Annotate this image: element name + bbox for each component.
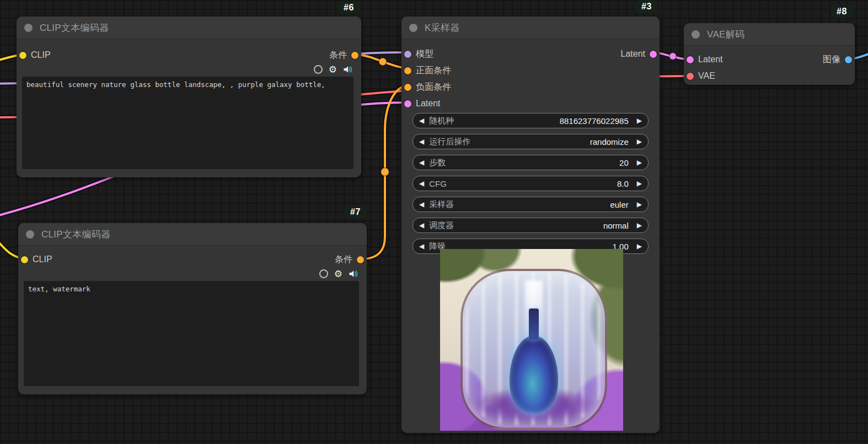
decrement-arrow-icon[interactable]: ◀ [419,243,424,250]
preview-image [440,249,623,431]
input-slot-negative[interactable]: 负面条件 [404,82,451,93]
latent-input-dot[interactable] [404,100,411,107]
slot-label: 正面条件 [416,65,451,77]
input-slot-clip[interactable]: CLIP [19,50,51,60]
input-slot-vae[interactable]: VAE [687,71,715,81]
negative-prompt-textarea[interactable]: text, watermark [24,281,359,386]
slot-label: VAE [698,71,715,81]
node-clip-text-encoder-negative[interactable]: CLIP文本编码器 CLIP 条件 ⚙ text, watermark [18,223,367,394]
collapse-dot-icon[interactable] [26,230,34,239]
input-slot-latent[interactable]: Latent [687,55,722,64]
latent-output-dot[interactable] [650,51,657,58]
slot-label: 模型 [416,48,433,60]
clip-input-dot[interactable] [21,256,28,263]
decrement-arrow-icon[interactable]: ◀ [419,180,424,187]
gear-icon[interactable]: ⚙ [334,269,342,279]
node-header[interactable]: VAE解码 [684,23,855,46]
slot-label: CLIP [31,50,51,60]
clip-input-dot[interactable] [19,52,26,59]
increment-arrow-icon[interactable]: ▶ [637,138,642,145]
latent-input-dot[interactable] [687,56,694,63]
increment-arrow-icon[interactable]: ▶ [637,243,642,250]
node-clip-text-encoder-positive[interactable]: CLIP文本编码器 CLIP 条件 ⚙ beautiful scenery na… [17,17,361,177]
increment-arrow-icon[interactable]: ▶ [637,201,642,208]
decrement-arrow-icon[interactable]: ◀ [419,159,424,166]
positive-input-dot[interactable] [404,67,411,74]
decrement-arrow-icon[interactable]: ◀ [419,138,424,145]
output-slot-conditioning[interactable]: 条件 [329,50,358,61]
image-output-dot[interactable] [845,56,852,63]
node-title: CLIP文本编码器 [40,21,109,34]
node-header[interactable]: CLIP文本编码器 [18,223,367,246]
widget-control-after-generate[interactable]: ◀ 运行后操作 randomize ▶ [412,134,649,149]
slot-label: Latent [698,55,722,64]
conditioning-output-dot[interactable] [351,52,358,59]
output-slot-conditioning[interactable]: 条件 [335,254,364,266]
increment-arrow-icon[interactable]: ▶ [637,180,642,187]
gear-icon[interactable]: ⚙ [329,65,337,74]
collapse-dot-icon[interactable] [692,30,700,39]
node-id-badge: #7 [344,205,367,219]
node-graph-canvas[interactable]: { "glyphs": { "left_arrow": "◀", "right_… [0,0,868,444]
model-input-dot[interactable] [404,51,411,58]
positive-prompt-textarea[interactable]: beautiful scenery nature glass bottle la… [22,77,353,169]
widget-seed[interactable]: ◀ 随机种 881623776022985 ▶ [412,113,649,128]
collapse-dot-icon[interactable] [409,24,417,32]
negative-input-dot[interactable] [404,84,411,91]
collapse-dot-icon[interactable] [24,24,33,32]
link-dot-latent [669,53,677,60]
node-ksampler[interactable]: K采样器 模型 Latent 正面条件 负面条件 [401,17,660,433]
input-slot-clip[interactable]: CLIP [21,255,52,264]
increment-arrow-icon[interactable]: ▶ [637,117,642,124]
bottle-art [510,335,558,414]
glass-dome-art [460,269,608,430]
slot-label: Latent [416,99,440,109]
decrement-arrow-icon[interactable]: ◀ [419,201,424,208]
link-dot-negative [381,168,389,176]
node-header[interactable]: K采样器 [401,17,660,39]
speaker-icon[interactable] [343,65,352,74]
node-title: VAE解码 [707,28,744,41]
slot-label: CLIP [33,255,52,264]
input-slot-latent[interactable]: Latent [404,99,440,109]
link-dot-positive [379,58,387,66]
input-slot-positive[interactable]: 正面条件 [404,65,451,77]
slot-label: 条件 [335,254,352,266]
node-vae-decode[interactable]: VAE解码 Latent 图像 VAE [684,23,855,85]
node-id-badge: #6 [337,1,360,14]
input-slot-model[interactable]: 模型 [404,48,433,60]
slot-label: 图像 [823,54,840,66]
slot-label: 负面条件 [416,82,451,93]
output-slot-latent[interactable]: Latent [621,49,657,59]
increment-arrow-icon[interactable]: ▶ [637,159,642,166]
node-title: K采样器 [425,21,460,34]
bypass-toggle-icon[interactable] [319,269,328,278]
node-header[interactable]: CLIP文本编码器 [17,17,361,39]
node-id-badge: #8 [831,5,853,18]
widget-scheduler[interactable]: ◀ 调度器 normal ▶ [412,218,649,233]
node-id-badge: #3 [635,0,658,13]
node-title: CLIP文本编码器 [41,228,111,241]
widget-cfg[interactable]: ◀ CFG 8.0 ▶ [412,176,649,191]
bypass-toggle-icon[interactable] [314,65,323,74]
decrement-arrow-icon[interactable]: ◀ [419,222,424,229]
decrement-arrow-icon[interactable]: ◀ [419,117,424,124]
slot-label: 条件 [329,50,347,61]
vae-input-dot[interactable] [687,73,694,80]
output-slot-image[interactable]: 图像 [823,54,852,66]
conditioning-output-dot[interactable] [357,256,364,263]
slot-label: Latent [621,49,645,59]
widget-steps[interactable]: ◀ 步数 20 ▶ [412,155,649,170]
widget-sampler-name[interactable]: ◀ 采样器 euler ▶ [412,197,649,212]
increment-arrow-icon[interactable]: ▶ [637,222,642,229]
speaker-icon[interactable] [349,269,358,278]
